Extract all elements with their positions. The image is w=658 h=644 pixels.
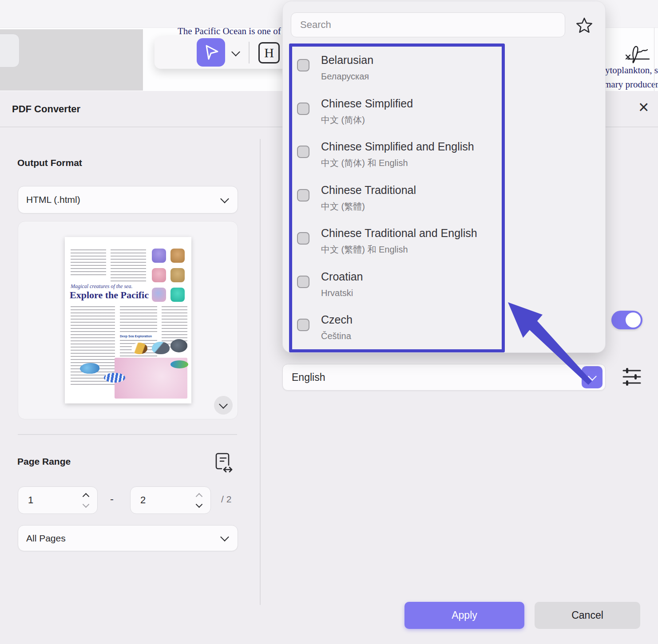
language-native: Čeština	[321, 329, 353, 343]
fish-image	[170, 360, 188, 368]
checkbox-icon[interactable]	[297, 103, 309, 115]
heading-tool-button[interactable]: H	[258, 42, 280, 63]
coral-image	[152, 288, 166, 302]
chevron-down-icon[interactable]	[231, 47, 240, 56]
star-icon[interactable]	[576, 17, 593, 34]
language-name: Chinese Traditional	[321, 183, 416, 197]
toolbar-divider	[249, 42, 250, 63]
thumb-text-block	[111, 249, 146, 282]
checkbox-icon[interactable]	[297, 276, 309, 288]
page-to-value[interactable]: 2	[140, 494, 197, 506]
coral-image	[170, 268, 185, 282]
page-range-icon[interactable]	[215, 453, 233, 473]
ocr-toggle[interactable]	[611, 311, 642, 329]
preview-doc-title: Explore the Pacific	[70, 289, 149, 301]
language-native: Hrvatski	[321, 286, 363, 300]
language-name: Chinese Simplified and English	[321, 139, 474, 154]
language-option[interactable]: Czech Čeština	[292, 306, 502, 350]
page-mode-value: All Pages	[26, 533, 222, 544]
language-list: Belarusian Беларуская Chinese Simplified…	[289, 43, 505, 352]
cursor-icon	[197, 38, 225, 67]
sliders-icon[interactable]	[622, 367, 642, 387]
pdf-preview-thumbnail: Magical creatures of the sea. Explore th…	[65, 237, 191, 403]
spin-up-icon[interactable]	[83, 493, 90, 500]
fish-image	[170, 339, 187, 352]
language-option[interactable]: Chinese Traditional and English 中文 (繁體) …	[292, 220, 502, 263]
page-to-spinner[interactable]: 2	[130, 486, 211, 514]
language-native: 中文 (简体) 和 English	[321, 156, 474, 170]
vertical-divider	[260, 139, 261, 605]
chevron-down-icon	[220, 194, 229, 203]
signature-icon[interactable]	[621, 41, 653, 65]
sidebar-handle[interactable]	[0, 34, 20, 67]
preview-doc-subtitle: Magical creatures of the sea.	[71, 283, 132, 290]
panel-title: PDF Converter	[12, 103, 80, 115]
coral-image	[152, 268, 166, 282]
page-mode-select[interactable]: All Pages	[18, 525, 238, 551]
fish-image	[80, 363, 99, 374]
page-from-value[interactable]: 1	[28, 494, 83, 506]
language-name: Chinese Simplified	[321, 96, 413, 111]
language-option[interactable]: Chinese Traditional 中文 (繁體)	[292, 177, 502, 220]
checkbox-icon[interactable]	[297, 319, 309, 331]
fish-image	[152, 342, 170, 354]
cancel-button[interactable]: Cancel	[535, 602, 640, 629]
fish-image	[131, 343, 147, 354]
preview-doc-heading: Deep Sea Exploration	[120, 335, 152, 338]
checkbox-icon[interactable]	[297, 59, 309, 71]
coral-image	[152, 249, 166, 263]
thumb-text-block	[120, 306, 157, 332]
coral-image	[170, 288, 185, 302]
language-name: Czech	[321, 312, 353, 327]
checkbox-icon[interactable]	[297, 189, 309, 201]
section-divider	[18, 434, 237, 435]
search-input[interactable]	[291, 13, 565, 37]
page-from-spinner[interactable]: 1	[18, 486, 98, 514]
coral-image	[170, 249, 185, 263]
preview-card: Magical creatures of the sea. Explore th…	[18, 221, 238, 419]
page-total: / 2	[221, 494, 231, 505]
search-box	[291, 12, 565, 37]
toggle-knob	[626, 312, 641, 328]
output-format-select[interactable]: HTML (.html)	[18, 186, 238, 213]
spin-down-icon[interactable]	[196, 501, 203, 508]
cursor-tool-button[interactable]	[197, 38, 225, 67]
pdf-body-text: mary producer	[604, 79, 658, 90]
output-format-label: Output Format	[17, 158, 82, 168]
language-native: 中文 (繁體) 和 English	[321, 243, 477, 256]
heading-icon: H	[264, 46, 274, 59]
preview-expand-button[interactable]	[214, 396, 233, 415]
close-icon[interactable]: ×	[638, 98, 649, 116]
spin-down-icon[interactable]	[83, 501, 90, 508]
spin-up-icon[interactable]	[196, 493, 203, 500]
apply-button[interactable]: Apply	[404, 602, 524, 629]
language-option[interactable]: Chinese Simplified and English 中文 (简体) 和…	[292, 133, 502, 177]
output-format-value: HTML (.html)	[26, 194, 222, 205]
checkbox-icon[interactable]	[297, 146, 309, 158]
checkbox-icon[interactable]	[297, 232, 309, 245]
page-range-label: Page Range	[17, 456, 71, 467]
fish-image	[104, 373, 125, 383]
range-dash: -	[110, 493, 114, 505]
language-native: 中文 (简体)	[321, 113, 413, 126]
language-option[interactable]: Croatian Hrvatski	[292, 263, 502, 307]
language-name: Belarusian	[321, 53, 373, 67]
language-option[interactable]: Belarusian Беларуская	[292, 47, 502, 90]
page-thumbnail-panel	[0, 29, 143, 91]
chevron-down-icon	[220, 533, 229, 541]
thumb-text-block	[71, 249, 106, 277]
annotation-arrow	[495, 291, 602, 388]
app-screen: The Pacific Ocean is one of the seas are…	[0, 0, 658, 644]
language-native: Беларуская	[321, 70, 373, 83]
language-option[interactable]: Chinese Simplified 中文 (简体)	[292, 90, 502, 134]
language-native: 中文 (繁體)	[321, 200, 416, 213]
chevron-down-icon	[219, 400, 228, 409]
pdf-body-text: ytoplankton, s	[605, 65, 658, 76]
language-name: Croatian	[321, 269, 363, 284]
language-name: Chinese Traditional and English	[321, 226, 477, 240]
